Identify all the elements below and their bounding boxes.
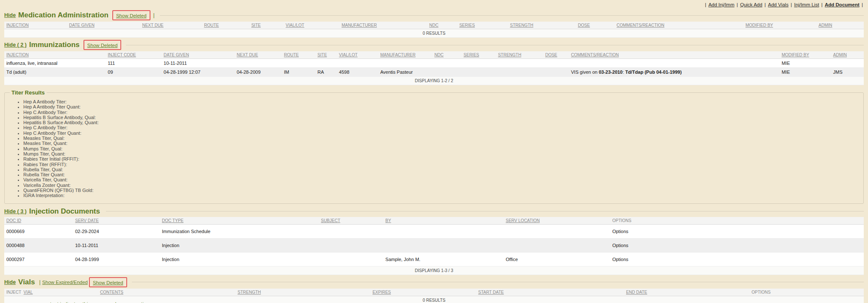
cell-subject (319, 252, 383, 266)
cell-comments (569, 59, 779, 68)
titer-item: Varicella Titer, Quant: (23, 177, 859, 182)
cell-injection: Td (adult) (4, 68, 106, 77)
col-next-due[interactable]: NEXT DUE (140, 22, 202, 29)
col-site[interactable]: SITE (315, 51, 337, 59)
col-series[interactable]: SERIES (462, 51, 496, 59)
titer-item: Varicella Zoster Quant: (23, 183, 859, 188)
cell-route: IM (282, 68, 315, 77)
separator: | (705, 2, 706, 7)
title-rule (126, 45, 864, 45)
col-dose[interactable]: DOSE (543, 51, 569, 59)
col-subject[interactable]: SUBJECT (319, 217, 383, 225)
vis-comment-doc: Td/Tdap (Pub 04-01-1999) (625, 69, 682, 75)
hide-injection-documents-link[interactable]: Hide ( 3 ) (4, 208, 27, 214)
add-inj-imm-link[interactable]: Add Inj/Imm (708, 2, 734, 7)
titer-item: Hep C Antibody Titer: (23, 125, 859, 130)
immunizations-header: Hide ( 2 ) Immunizations Show Deleted (4, 40, 864, 50)
vis-comment-date: 03-23-2010 (599, 69, 623, 75)
col-injection[interactable]: INJECTION (4, 51, 106, 59)
col-ndc[interactable]: NDC (427, 22, 457, 29)
titer-item: Measles Titer, Qual: (23, 136, 859, 141)
cell-serv-date: 02-29-2024 (73, 224, 160, 238)
col-comments-reaction[interactable]: COMMENTS/REACTION (615, 22, 743, 29)
col-vial[interactable]: VIAL (22, 289, 98, 296)
separator: | (153, 12, 155, 18)
clipped-legend-note: text indicates this was an adverse react… (50, 301, 150, 303)
cell-by (383, 224, 504, 238)
col-admin[interactable]: ADMIN (831, 51, 864, 59)
hide-vials-link[interactable]: Hide (4, 279, 16, 285)
hide-immunizations-link[interactable]: Hide ( 2 ) (4, 42, 27, 48)
col-strength[interactable]: STRENGTH (508, 22, 576, 29)
col-expires[interactable]: EXPIRES (370, 289, 476, 296)
col-next-due[interactable]: NEXT DUE (234, 51, 282, 59)
cell-strength (496, 68, 543, 77)
show-deleted-highlight-box: Show Deleted (112, 10, 150, 20)
immunization-row: Td (adult) 09 04-28-1999 12:07 04-28-200… (4, 68, 864, 77)
col-serv-location[interactable]: SERV LOCATION (504, 217, 610, 225)
col-serv-date[interactable]: SERV DATE (73, 217, 160, 225)
document-row: 0000488 10-11-2011 Injection Options (4, 238, 864, 252)
paging-row: DISPLAYING 1-2 / 2 (4, 77, 864, 85)
title-rule (106, 211, 864, 211)
col-vial-lot[interactable]: VIAL/LOT (284, 22, 339, 29)
col-end-date[interactable]: END DATE (624, 289, 749, 296)
cell-by (383, 238, 504, 252)
col-options: OPTIONS (610, 217, 864, 225)
col-doc-type[interactable]: DOC TYPE (160, 217, 319, 225)
col-site[interactable]: SITE (249, 22, 284, 29)
titer-item: Mumps Titer, Quant: (23, 151, 859, 156)
show-deleted-immunizations-link[interactable]: Show Deleted (87, 43, 118, 48)
paging-text: DISPLAYING 1-3 / 3 (4, 266, 864, 275)
cell-doc-id: 0000669 (4, 224, 73, 238)
cell-comments: VIS given on 03-23-2010: Td/Tdap (Pub 04… (569, 68, 779, 77)
col-route[interactable]: ROUTE (282, 51, 315, 59)
show-expired-ended-link[interactable]: Show Expired/Ended (42, 280, 88, 285)
col-route[interactable]: ROUTE (202, 22, 249, 29)
col-admin[interactable]: ADMIN (816, 22, 864, 29)
col-series[interactable]: SERIES (457, 22, 508, 29)
cell-manufacturer: Aventis Pasteur (378, 68, 432, 77)
document-options-button[interactable]: Options (612, 243, 629, 248)
col-start-date[interactable]: START DATE (476, 289, 624, 296)
quick-add-link[interactable]: Quick Add (740, 2, 762, 7)
col-injection[interactable]: INJECTION (4, 22, 67, 29)
col-manufacturer[interactable]: MANUFACTURER (339, 22, 427, 29)
add-document-link[interactable]: Add Document (825, 2, 860, 7)
col-vial-lot[interactable]: VIAL/LOT (337, 51, 378, 59)
col-date-given[interactable]: DATE GIVEN (161, 51, 234, 59)
col-manufacturer[interactable]: MANUFACTURER (378, 51, 432, 59)
col-date-given[interactable]: DATE GIVEN (67, 22, 140, 29)
col-dose[interactable]: DOSE (576, 22, 615, 29)
separator: | (791, 2, 792, 7)
medication-header-row: INJECTION DATE GIVEN NEXT DUE ROUTE SITE… (4, 22, 864, 29)
col-doc-id[interactable]: DOC ID (4, 217, 73, 225)
col-inject-code[interactable]: INJECT CODE (106, 51, 161, 59)
col-modified-by[interactable]: MODIFIED BY (743, 22, 816, 29)
vials-header-row: INJECT VIAL CONTENTS STRENGTH EXPIRES ST… (4, 289, 864, 296)
show-deleted-vials-link[interactable]: Show Deleted (93, 280, 123, 285)
col-comments-reaction[interactable]: COMMENTS/REACTION (569, 51, 779, 59)
col-strength[interactable]: STRENGTH (236, 289, 370, 296)
cell-by: Sample, John M. (383, 252, 504, 266)
injection-documents-header-row: DOC ID SERV DATE DOC TYPE SUBJECT BY SER… (4, 217, 864, 225)
add-vials-link[interactable]: Add Vials (768, 2, 788, 7)
titer-item: Hep A Antibody Titer Quant: (23, 104, 859, 109)
titer-item: Rubella Titer, Qual: (23, 167, 859, 172)
hide-medication-administration-link[interactable]: Hide (4, 12, 16, 18)
document-options-button[interactable]: Options (612, 229, 629, 234)
document-options-button[interactable]: Options (612, 257, 629, 262)
titer-item: Hepatitis B Surface Antibody, Quant: (23, 120, 859, 125)
col-by[interactable]: BY (383, 217, 504, 225)
show-deleted-medication-link[interactable]: Show Deleted (116, 13, 147, 18)
col-modified-by[interactable]: MODIFIED BY (779, 51, 831, 59)
col-ndc[interactable]: NDC (432, 51, 462, 59)
cell-dose (543, 59, 569, 68)
cell-ndc (432, 68, 462, 77)
separator: | (39, 279, 40, 285)
title-rule (160, 15, 864, 16)
inj-imm-list-link[interactable]: Inj/Imm List (794, 2, 819, 7)
immunizations-header-row: INJECTION INJECT CODE DATE GIVEN NEXT DU… (4, 51, 864, 59)
col-contents[interactable]: CONTENTS (98, 289, 235, 296)
col-strength[interactable]: STRENGTH (496, 51, 543, 59)
